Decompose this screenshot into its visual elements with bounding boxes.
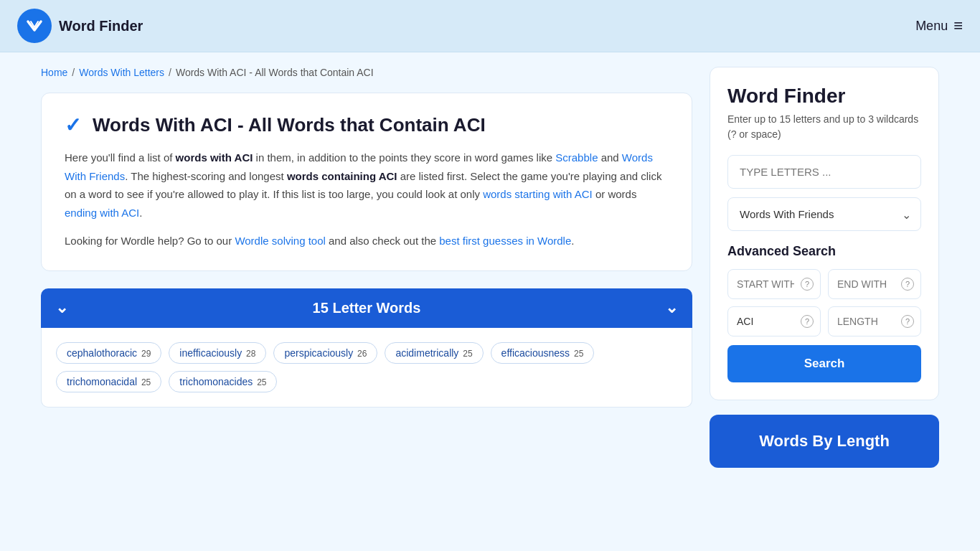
- contains-wrapper: ?: [727, 306, 821, 336]
- end-with-wrapper: ?: [828, 269, 921, 299]
- list-item[interactable]: trichomonacides 25: [169, 371, 277, 392]
- list-item[interactable]: acidimetrically 25: [385, 342, 483, 364]
- words-ending-link[interactable]: ending with ACI: [65, 207, 139, 219]
- list-item[interactable]: cephalothoracic 29: [56, 342, 161, 364]
- best-guesses-link[interactable]: best first guesses in Wordle: [439, 235, 571, 247]
- desc-paragraph-1: Here you'll find a list of words with AC…: [65, 149, 669, 222]
- page-title: Words With ACI - All Words that Contain …: [93, 114, 486, 136]
- highlight-words-with-aci: words with ACI: [176, 151, 253, 164]
- list-item[interactable]: inefficaciously 28: [169, 342, 266, 364]
- section-header: ⌄ 15 Letter Words ⌄: [41, 288, 692, 328]
- sidebar: Word Finder Enter up to 15 letters and u…: [710, 67, 939, 468]
- site-header: Word Finder Menu ≡: [0, 0, 980, 52]
- check-icon: ✓: [65, 113, 81, 137]
- scrabble-link[interactable]: Scrabble: [555, 151, 598, 164]
- advanced-search-section: Advanced Search ? ? ?: [727, 244, 921, 382]
- highlight-words-containing-aci: words containing ACI: [287, 170, 397, 182]
- list-item[interactable]: efficaciousness 25: [491, 342, 595, 364]
- logo-icon: [17, 9, 52, 43]
- words-grid: cephalothoracic 29inefficaciously 28pers…: [41, 328, 692, 408]
- advanced-inputs-grid: ? ? ? ?: [727, 269, 921, 336]
- word-finder-card: Word Finder Enter up to 15 letters and u…: [710, 67, 939, 400]
- contains-help-icon[interactable]: ?: [801, 315, 814, 328]
- start-with-help-icon[interactable]: ?: [801, 278, 814, 291]
- search-button[interactable]: Search: [727, 345, 921, 382]
- game-select-wrapper: Words With Friends Scrabble Scrabble GO …: [727, 197, 921, 231]
- breadcrumb-current: Words With ACI - All Words that Contain …: [176, 67, 374, 78]
- breadcrumb-home[interactable]: Home: [41, 67, 67, 78]
- length-help-icon[interactable]: ?: [901, 315, 914, 328]
- breadcrumb-sep-1: /: [72, 67, 75, 78]
- words-section: ⌄ 15 Letter Words ⌄ cephalothoracic 29in…: [41, 288, 692, 408]
- list-item[interactable]: trichomonacidal 25: [56, 371, 161, 392]
- desc-paragraph-2: Looking for Wordle help? Go to our Wordl…: [65, 232, 669, 250]
- advanced-search-title: Advanced Search: [727, 244, 921, 259]
- content-area: Home / Words With Letters / Words With A…: [41, 67, 692, 468]
- breadcrumb-words-with-letters[interactable]: Words With Letters: [79, 67, 164, 78]
- letters-input[interactable]: [727, 155, 921, 189]
- desc-header: ✓ Words With ACI - All Words that Contai…: [65, 113, 669, 137]
- sidebar-title: Word Finder: [727, 85, 921, 108]
- main-container: Home / Words With Letters / Words With A…: [24, 52, 956, 482]
- words-by-length-title: Words By Length: [727, 432, 922, 451]
- menu-label: Menu: [915, 19, 948, 34]
- description-box: ✓ Words With ACI - All Words that Contai…: [41, 93, 692, 271]
- words-starting-link[interactable]: words starting with ACI: [483, 188, 593, 200]
- menu-button[interactable]: Menu ≡: [915, 17, 963, 35]
- end-with-help-icon[interactable]: ?: [901, 278, 914, 291]
- section-title: 15 Letter Words: [313, 300, 421, 316]
- game-select[interactable]: Words With Friends Scrabble Scrabble GO …: [727, 197, 921, 231]
- logo-area[interactable]: Word Finder: [17, 9, 143, 43]
- hamburger-icon: ≡: [953, 17, 963, 35]
- words-by-length-card: Words By Length: [710, 415, 939, 468]
- breadcrumb: Home / Words With Letters / Words With A…: [41, 67, 692, 78]
- start-with-wrapper: ?: [727, 269, 821, 299]
- arrow-right-icon[interactable]: ⌄: [665, 298, 678, 317]
- wordle-tool-link[interactable]: Wordle solving tool: [235, 235, 325, 247]
- sidebar-subtitle: Enter up to 15 letters and up to 3 wildc…: [727, 112, 921, 142]
- site-title: Word Finder: [59, 18, 143, 34]
- list-item[interactable]: perspicaciously 26: [273, 342, 377, 364]
- breadcrumb-sep-2: /: [169, 67, 171, 78]
- length-wrapper: ?: [828, 306, 921, 336]
- description-body: Here you'll find a list of words with AC…: [65, 149, 669, 250]
- arrow-left-icon[interactable]: ⌄: [55, 298, 68, 317]
